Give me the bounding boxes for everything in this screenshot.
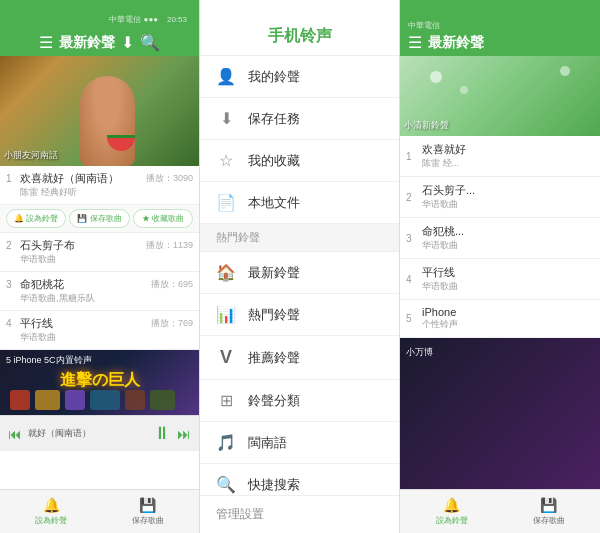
play-count: 播放：1139: [146, 239, 193, 252]
p3-song5-banner[interactable]: 小万博: [400, 338, 600, 489]
p3-song-3[interactable]: 3 命犯桃... 华语歌曲: [400, 218, 600, 259]
p3-song-2[interactable]: 2 石头剪子... 华语歌曲: [400, 177, 600, 218]
p3-song-title: 平行线: [422, 265, 594, 280]
next-button[interactable]: ⏭: [177, 426, 191, 442]
p1-title: 最新鈴聲: [59, 34, 115, 52]
player-song-info: 就好（闽南语）: [28, 427, 147, 440]
hero-caption: 小朋友河南話: [4, 149, 58, 162]
menu-latest-ringtones[interactable]: 🏠 最新鈴聲: [200, 252, 399, 294]
song-sub: 陈雷 经典好听: [20, 186, 193, 199]
song-num: 1: [6, 173, 16, 184]
p3-menu-icon[interactable]: ☰: [408, 33, 422, 52]
p3-song-sub: 华语歌曲: [422, 198, 594, 211]
collect-song-button[interactable]: ★ 收藏歌曲: [133, 209, 193, 228]
music-icon: 🎵: [216, 433, 236, 452]
download-icon[interactable]: ⬇: [121, 33, 134, 52]
person-icon: 👤: [216, 67, 236, 86]
p3-song-num: 4: [406, 274, 418, 285]
p3-ringtone-tab[interactable]: 🔔 設為鈴聲: [404, 497, 499, 526]
p3-save-tab[interactable]: 💾 保存歌曲: [501, 497, 596, 526]
menu-label: 鈴聲分類: [248, 392, 300, 410]
ringtone-icon: 🔔: [43, 497, 60, 513]
set-ringtone-button[interactable]: 🔔 設為鈴聲: [6, 209, 66, 228]
play-count: 播放：695: [151, 278, 193, 291]
menu-my-ringtones[interactable]: 👤 我的鈴聲: [200, 56, 399, 98]
p3-bottom-bar: 🔔 設為鈴聲 💾 保存歌曲: [400, 489, 600, 533]
menu-label: 本地文件: [248, 194, 300, 212]
home-icon: 🏠: [216, 263, 236, 282]
menu-label: 我的鈴聲: [248, 68, 300, 86]
p3-song-title: 命犯桃...: [422, 224, 594, 239]
song-num: 2: [6, 240, 16, 251]
chart-icon: 📊: [216, 305, 236, 324]
star-icon: ☆: [216, 151, 236, 170]
song-item-3[interactable]: 3 命犯桃花 播放：695 华语歌曲,黑糖乐队: [0, 272, 199, 311]
menu-label: 推薦鈴聲: [248, 349, 300, 367]
p3-song-title: 欢喜就好: [422, 142, 594, 157]
p1-statusbar: 中華電信 ●●● 20:53: [109, 14, 191, 25]
menu-label: 我的收藏: [248, 152, 300, 170]
p3-save-icon: 💾: [540, 497, 557, 513]
menu-recommended[interactable]: V 推薦鈴聲: [200, 336, 399, 380]
menu-my-favorites[interactable]: ☆ 我的收藏: [200, 140, 399, 182]
menu-icon[interactable]: ☰: [39, 33, 53, 52]
p3-song-5[interactable]: 5 iPhone 个性铃声: [400, 300, 600, 338]
p3-song-num: 3: [406, 233, 418, 244]
song-item-2[interactable]: 2 石头剪子布 播放：1139 华语歌曲: [0, 233, 199, 272]
v-icon: V: [216, 347, 236, 368]
p3-banner-label: 小万博: [406, 346, 433, 359]
menu-label: 保存任務: [248, 110, 300, 128]
p3-song-sub: 华语歌曲: [422, 280, 594, 293]
song-title: 欢喜就好（闽南语）: [20, 171, 142, 186]
menu-hot-ringtones[interactable]: 📊 熱門鈴聲: [200, 294, 399, 336]
ringtone-label: 設為鈴聲: [35, 515, 67, 526]
p3-song-num: 5: [406, 313, 418, 324]
ringtone-tab[interactable]: 🔔 設為鈴聲: [4, 497, 99, 526]
p3-topbar: 中華電信 ☰ 最新鈴聲: [400, 0, 600, 56]
song-sub: 华语歌曲: [20, 331, 193, 344]
pause-button[interactable]: ⏸: [153, 423, 171, 444]
search-icon: 🔍: [216, 475, 236, 494]
prev-button[interactable]: ⏮: [8, 426, 22, 442]
menu-label: 快捷搜索: [248, 476, 300, 494]
p3-title: 最新鈴聲: [428, 34, 592, 52]
song-item-4[interactable]: 4 平行线 播放：769 华语歌曲: [0, 311, 199, 350]
hot-section-header: 熱門鈴聲: [200, 224, 399, 252]
menu-minnan[interactable]: 🎵 閩南語: [200, 422, 399, 464]
song-num: 3: [6, 279, 16, 290]
action-buttons: 🔔 設為鈴聲 💾 保存歌曲 ★ 收藏歌曲: [0, 205, 199, 233]
p3-song-1[interactable]: 1 欢喜就好 陈雷 经...: [400, 136, 600, 177]
song-sub: 华语歌曲: [20, 253, 193, 266]
song-item-1[interactable]: 1 欢喜就好（闽南语） 播放：3090 陈雷 经典好听: [0, 166, 199, 205]
p1-bottom-bar: 🔔 設為鈴聲 💾 保存歌曲: [0, 489, 199, 533]
song-title: 平行线: [20, 316, 147, 331]
p3-song-4[interactable]: 4 平行线 华语歌曲: [400, 259, 600, 300]
save-icon: 💾: [139, 497, 156, 513]
grid-icon: ⊞: [216, 391, 236, 410]
song-item-5[interactable]: 5 iPhone 5C内置铃声 進擊の巨人: [0, 350, 199, 415]
banner-title: 進擊の巨人: [0, 370, 199, 391]
play-count: 播放：769: [151, 317, 193, 330]
menu-categories[interactable]: ⊞ 鈴聲分類: [200, 380, 399, 422]
save-tab[interactable]: 💾 保存歌曲: [101, 497, 196, 526]
menu-label: 熱門鈴聲: [248, 306, 300, 324]
p3-song-title: 石头剪子...: [422, 183, 594, 198]
save-label: 保存歌曲: [132, 515, 164, 526]
menu-quick-search[interactable]: 🔍 快捷搜索: [200, 464, 399, 495]
p3-song-num: 2: [406, 192, 418, 203]
search-icon[interactable]: 🔍: [140, 33, 160, 52]
panel-latest-ringtones: 中華電信 ●●● 20:53 ☰ 最新鈴聲 ⬇ 🔍 小朋友河南話 1 欢喜就好（…: [0, 0, 200, 533]
play-count: 播放：3090: [146, 172, 193, 185]
p3-ringtone-icon: 🔔: [443, 497, 460, 513]
save-song-button[interactable]: 💾 保存歌曲: [69, 209, 129, 228]
panel-menu: 手机铃声 👤 我的鈴聲 ⬇ 保存任務 ☆ 我的收藏 📄 本地文件 熱門鈴聲 🏠 …: [200, 0, 400, 533]
p3-song-sub: 个性铃声: [422, 318, 594, 331]
menu-local-files[interactable]: 📄 本地文件: [200, 182, 399, 224]
menu-save-tasks[interactable]: ⬇ 保存任務: [200, 98, 399, 140]
manage-settings-link[interactable]: 管理設置: [200, 495, 399, 533]
panel-latest-ringtones-2: 中華電信 ☰ 最新鈴聲 小清新鈴聲 1 欢喜就好 陈雷 经... 2 石头剪子.…: [400, 0, 600, 533]
download-icon: ⬇: [216, 109, 236, 128]
song-title: 命犯桃花: [20, 277, 147, 292]
menu-label: 最新鈴聲: [248, 264, 300, 282]
p3-save-label: 保存歌曲: [533, 515, 565, 526]
